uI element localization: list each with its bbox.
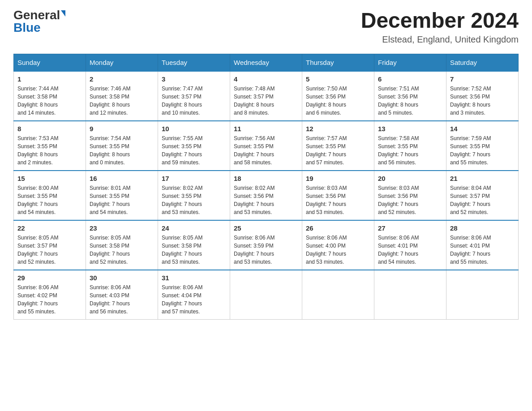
day-info: Sunrise: 8:03 AMSunset: 3:56 PMDaylight:… [306, 184, 370, 216]
logo-blue-text: Blue [13, 21, 41, 34]
week-row-2: 8Sunrise: 7:53 AMSunset: 3:55 PMDaylight… [14, 121, 519, 171]
day-info: Sunrise: 8:05 AMSunset: 3:58 PMDaylight:… [90, 234, 154, 266]
day-number: 29 [17, 274, 82, 282]
day-info: Sunrise: 7:53 AMSunset: 3:55 PMDaylight:… [17, 134, 82, 167]
calendar-cell: 13Sunrise: 7:58 AMSunset: 3:55 PMDayligh… [374, 121, 446, 171]
weekday-header-tuesday: Tuesday [158, 54, 230, 71]
calendar-cell: 2Sunrise: 7:46 AMSunset: 3:58 PMDaylight… [86, 71, 158, 121]
day-number: 4 [234, 75, 298, 83]
day-number: 13 [378, 125, 442, 133]
week-row-4: 22Sunrise: 8:05 AMSunset: 3:57 PMDayligh… [14, 220, 519, 270]
day-info: Sunrise: 8:01 AMSunset: 3:55 PMDaylight:… [90, 184, 154, 216]
day-number: 15 [17, 175, 82, 182]
logo-general-text: General [13, 9, 60, 21]
day-number: 30 [90, 274, 154, 282]
day-info: Sunrise: 7:59 AMSunset: 3:55 PMDaylight:… [450, 134, 515, 167]
day-info: Sunrise: 7:52 AMSunset: 3:56 PMDaylight:… [450, 85, 515, 117]
calendar-cell: 24Sunrise: 8:05 AMSunset: 3:58 PMDayligh… [158, 220, 230, 270]
day-info: Sunrise: 8:06 AMSunset: 4:04 PMDaylight:… [162, 283, 226, 316]
day-number: 25 [234, 224, 298, 232]
calendar-table: SundayMondayTuesdayWednesdayThursdayFrid… [13, 54, 519, 320]
calendar-cell: 1Sunrise: 7:44 AMSunset: 3:58 PMDaylight… [14, 71, 86, 121]
day-number: 9 [90, 125, 154, 133]
day-info: Sunrise: 7:56 AMSunset: 3:55 PMDaylight:… [234, 134, 298, 167]
day-info: Sunrise: 8:06 AMSunset: 4:00 PMDaylight:… [306, 234, 370, 266]
calendar-cell: 18Sunrise: 8:02 AMSunset: 3:56 PMDayligh… [230, 171, 302, 220]
calendar-cell: 20Sunrise: 8:03 AMSunset: 3:56 PMDayligh… [374, 171, 446, 220]
day-number: 19 [306, 175, 370, 182]
day-number: 31 [162, 274, 226, 282]
calendar-cell: 14Sunrise: 7:59 AMSunset: 3:55 PMDayligh… [446, 121, 519, 171]
day-info: Sunrise: 8:02 AMSunset: 3:56 PMDaylight:… [234, 184, 298, 216]
day-info: Sunrise: 7:57 AMSunset: 3:55 PMDaylight:… [306, 134, 370, 167]
day-info: Sunrise: 8:03 AMSunset: 3:56 PMDaylight:… [378, 184, 442, 216]
day-number: 7 [450, 75, 515, 83]
day-info: Sunrise: 7:44 AMSunset: 3:58 PMDaylight:… [17, 85, 82, 117]
weekday-header-saturday: Saturday [446, 54, 519, 71]
week-row-5: 29Sunrise: 8:06 AMSunset: 4:02 PMDayligh… [14, 270, 519, 320]
weekday-header-row: SundayMondayTuesdayWednesdayThursdayFrid… [14, 54, 519, 71]
calendar-cell: 29Sunrise: 8:06 AMSunset: 4:02 PMDayligh… [14, 270, 86, 320]
title-block: December 2024 Elstead, England, United K… [361, 9, 519, 45]
day-info: Sunrise: 8:06 AMSunset: 4:01 PMDaylight:… [450, 234, 515, 266]
calendar-cell: 7Sunrise: 7:52 AMSunset: 3:56 PMDaylight… [446, 71, 519, 121]
logo-triangle-icon [61, 10, 65, 17]
day-info: Sunrise: 8:04 AMSunset: 3:57 PMDaylight:… [450, 184, 515, 216]
calendar-cell [302, 270, 374, 320]
calendar-cell: 10Sunrise: 7:55 AMSunset: 3:55 PMDayligh… [158, 121, 230, 171]
day-number: 3 [162, 75, 226, 83]
calendar-cell: 11Sunrise: 7:56 AMSunset: 3:55 PMDayligh… [230, 121, 302, 171]
day-number: 28 [450, 224, 515, 232]
location-title: Elstead, England, United Kingdom [361, 34, 519, 45]
day-info: Sunrise: 7:50 AMSunset: 3:56 PMDaylight:… [306, 85, 370, 117]
calendar-cell: 27Sunrise: 8:06 AMSunset: 4:01 PMDayligh… [374, 220, 446, 270]
day-info: Sunrise: 7:55 AMSunset: 3:55 PMDaylight:… [162, 134, 226, 167]
calendar-cell: 5Sunrise: 7:50 AMSunset: 3:56 PMDaylight… [302, 71, 374, 121]
day-number: 27 [378, 224, 442, 232]
day-number: 10 [162, 125, 226, 133]
day-number: 8 [17, 125, 82, 133]
week-row-3: 15Sunrise: 8:00 AMSunset: 3:55 PMDayligh… [14, 171, 519, 220]
day-number: 16 [90, 175, 154, 182]
calendar-cell: 21Sunrise: 8:04 AMSunset: 3:57 PMDayligh… [446, 171, 519, 220]
calendar-cell: 30Sunrise: 8:06 AMSunset: 4:03 PMDayligh… [86, 270, 158, 320]
weekday-header-thursday: Thursday [302, 54, 374, 71]
day-info: Sunrise: 8:00 AMSunset: 3:55 PMDaylight:… [17, 184, 82, 216]
weekday-header-monday: Monday [86, 54, 158, 71]
day-info: Sunrise: 8:06 AMSunset: 4:02 PMDaylight:… [17, 283, 82, 316]
day-info: Sunrise: 8:06 AMSunset: 4:03 PMDaylight:… [90, 283, 154, 316]
day-info: Sunrise: 7:58 AMSunset: 3:55 PMDaylight:… [378, 134, 442, 167]
day-number: 20 [378, 175, 442, 182]
calendar-cell: 15Sunrise: 8:00 AMSunset: 3:55 PMDayligh… [14, 171, 86, 220]
logo: General Blue [13, 9, 65, 34]
day-info: Sunrise: 8:05 AMSunset: 3:57 PMDaylight:… [17, 234, 82, 266]
calendar-cell: 4Sunrise: 7:48 AMSunset: 3:57 PMDaylight… [230, 71, 302, 121]
calendar-cell [374, 270, 446, 320]
day-number: 5 [306, 75, 370, 83]
day-number: 14 [450, 125, 515, 133]
calendar-cell: 19Sunrise: 8:03 AMSunset: 3:56 PMDayligh… [302, 171, 374, 220]
day-number: 24 [162, 224, 226, 232]
day-info: Sunrise: 8:05 AMSunset: 3:58 PMDaylight:… [162, 234, 226, 266]
calendar-cell: 31Sunrise: 8:06 AMSunset: 4:04 PMDayligh… [158, 270, 230, 320]
calendar-cell: 9Sunrise: 7:54 AMSunset: 3:55 PMDaylight… [86, 121, 158, 171]
calendar-cell: 22Sunrise: 8:05 AMSunset: 3:57 PMDayligh… [14, 220, 86, 270]
day-info: Sunrise: 8:06 AMSunset: 3:59 PMDaylight:… [234, 234, 298, 266]
day-number: 2 [90, 75, 154, 83]
calendar-cell: 6Sunrise: 7:51 AMSunset: 3:56 PMDaylight… [374, 71, 446, 121]
day-info: Sunrise: 7:51 AMSunset: 3:56 PMDaylight:… [378, 85, 442, 117]
day-info: Sunrise: 7:46 AMSunset: 3:58 PMDaylight:… [90, 85, 154, 117]
day-number: 18 [234, 175, 298, 182]
calendar-cell: 25Sunrise: 8:06 AMSunset: 3:59 PMDayligh… [230, 220, 302, 270]
week-row-1: 1Sunrise: 7:44 AMSunset: 3:58 PMDaylight… [14, 71, 519, 121]
day-info: Sunrise: 8:02 AMSunset: 3:55 PMDaylight:… [162, 184, 226, 216]
calendar-cell: 23Sunrise: 8:05 AMSunset: 3:58 PMDayligh… [86, 220, 158, 270]
day-number: 23 [90, 224, 154, 232]
day-info: Sunrise: 7:54 AMSunset: 3:55 PMDaylight:… [90, 134, 154, 167]
calendar-cell [446, 270, 519, 320]
calendar-cell: 26Sunrise: 8:06 AMSunset: 4:00 PMDayligh… [302, 220, 374, 270]
day-number: 22 [17, 224, 82, 232]
calendar-cell: 8Sunrise: 7:53 AMSunset: 3:55 PMDaylight… [14, 121, 86, 171]
day-number: 1 [17, 75, 82, 83]
weekday-header-friday: Friday [374, 54, 446, 71]
